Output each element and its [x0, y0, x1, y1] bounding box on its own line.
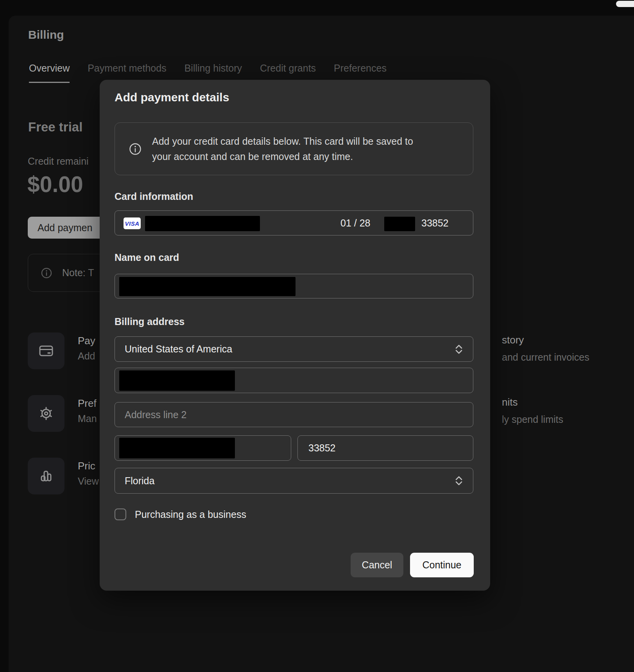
- card-number-field[interactable]: VISA 01 / 28 33852: [115, 210, 473, 235]
- name-on-card-input[interactable]: [115, 274, 473, 298]
- card-expiry-value: 01 / 28: [340, 211, 370, 235]
- cancel-button[interactable]: Cancel: [351, 553, 403, 577]
- billing-history-row-fragment[interactable]: story and current invoices: [502, 334, 634, 363]
- free-trial-heading: Free trial: [28, 120, 82, 135]
- usage-limits-row-fragment[interactable]: nits ly spend limits: [502, 396, 634, 425]
- postal-code-value: 33852: [308, 436, 336, 460]
- credit-remaining-label: Credit remaini: [28, 156, 89, 167]
- business-purchase-option: Purchasing as a business: [115, 508, 246, 520]
- add-payment-details-button[interactable]: Add paymen: [28, 217, 106, 239]
- credit-amount: $0.00: [27, 171, 83, 197]
- chevron-up-down-icon: [455, 476, 463, 486]
- info-icon: [41, 268, 52, 279]
- address-line2-input[interactable]: Address line 2: [115, 402, 473, 427]
- page-title: Billing: [28, 28, 64, 41]
- bar-chart-icon: [37, 467, 55, 485]
- state-select[interactable]: Florida: [115, 468, 473, 494]
- state-value: Florida: [125, 468, 154, 493]
- name-redaction: [119, 277, 296, 296]
- card-zip-value: 33852: [421, 211, 449, 235]
- postal-code-input[interactable]: 33852: [297, 435, 473, 461]
- fragment-title: story: [502, 334, 634, 346]
- chevron-up-down-icon: [455, 344, 463, 354]
- preferences-tile: [28, 395, 64, 432]
- address-line1-input[interactable]: [115, 368, 473, 393]
- tab-overview[interactable]: Overview: [29, 63, 70, 83]
- feature-title: Pric: [78, 460, 95, 472]
- info-icon: [129, 143, 141, 155]
- city-input[interactable]: [115, 435, 291, 461]
- name-on-card-label: Name on card: [115, 252, 179, 263]
- continue-button[interactable]: Continue: [410, 553, 474, 577]
- scrollbar-fragment[interactable]: [616, 1, 634, 7]
- feature-subtitle: View: [78, 476, 99, 487]
- country-value: United States of America: [125, 337, 232, 361]
- fragment-title: nits: [502, 396, 634, 408]
- note-text: Note: T: [62, 267, 94, 279]
- info-banner-text: Add your credit card details below. This…: [152, 134, 426, 164]
- pricing-tile: [28, 458, 64, 494]
- info-banner: Add your credit card details below. This…: [115, 122, 473, 175]
- card-information-label: Card information: [115, 191, 193, 202]
- visa-badge: VISA: [124, 217, 141, 229]
- gear-icon: [37, 404, 55, 422]
- feature-subtitle: Add: [78, 350, 95, 362]
- fragment-subtitle: ly spend limits: [502, 414, 634, 425]
- note-banner: Note: T: [28, 254, 107, 292]
- country-select[interactable]: United States of America: [115, 336, 473, 362]
- feature-title: Pay: [78, 335, 95, 347]
- feature-subtitle: Man: [78, 413, 97, 424]
- business-checkbox[interactable]: [115, 508, 126, 520]
- add-payment-details-dialog: Add payment details Add your credit card…: [100, 80, 490, 591]
- card-number-redaction: [145, 216, 260, 231]
- fragment-subtitle: and current invoices: [502, 352, 634, 363]
- card-cvc-redaction: [384, 217, 415, 231]
- business-checkbox-label: Purchasing as a business: [135, 509, 246, 520]
- credit-card-icon: [37, 342, 55, 360]
- feature-title: Pref: [78, 397, 97, 410]
- address-line2-placeholder: Address line 2: [125, 402, 186, 427]
- address-line1-redaction: [119, 370, 235, 391]
- dialog-title: Add payment details: [115, 91, 229, 104]
- payment-methods-tile: [28, 332, 64, 369]
- city-redaction: [119, 438, 235, 458]
- billing-address-label: Billing address: [115, 316, 184, 327]
